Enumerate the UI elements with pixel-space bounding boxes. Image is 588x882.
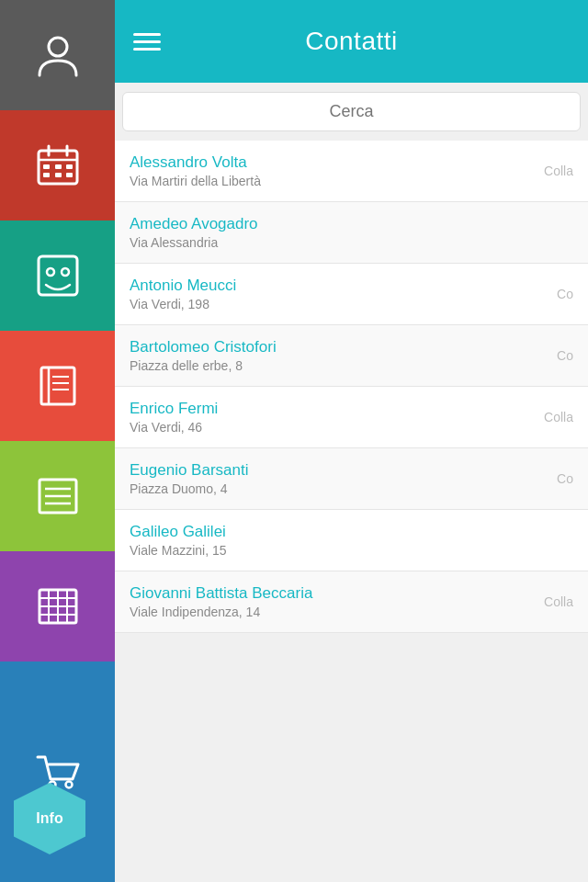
hamburger-menu-button[interactable]: [133, 33, 161, 51]
info-button-label: Info: [36, 810, 62, 827]
svg-rect-6: [55, 164, 62, 169]
contact-row[interactable]: Amedeo Avogadro Via Alessandria: [115, 202, 588, 264]
search-bar[interactable]: [122, 92, 581, 131]
contact-name: Alessandro Volta: [130, 153, 261, 172]
header: Contatti: [115, 0, 588, 83]
book-icon: [32, 360, 84, 412]
contact-address: Piazza Duomo, 4: [130, 481, 248, 496]
contact-name: Galileo Galilei: [130, 523, 227, 541]
contact-name: Amedeo Avogadro: [130, 215, 258, 233]
contact-info: Eugenio Barsanti Piazza Duomo, 4: [130, 461, 248, 496]
contact-row[interactable]: Enrico Fermi Via Verdi, 46 Colla: [115, 387, 588, 448]
svg-rect-8: [43, 173, 50, 177]
svg-rect-9: [55, 173, 62, 177]
contact-info: Enrico Fermi Via Verdi, 46: [130, 400, 218, 435]
contact-address: Via Verdi, 198: [130, 297, 236, 311]
svg-rect-7: [66, 164, 73, 169]
contact-info: Bartolomeo Cristofori Piazza delle erbe,…: [130, 338, 277, 373]
contact-list: Alessandro Volta Via Martiri della Liber…: [115, 141, 588, 882]
sidebar-item-calendar[interactable]: [0, 110, 115, 220]
page-title: Contatti: [179, 27, 524, 56]
contact-info: Alessandro Volta Via Martiri della Liber…: [130, 153, 261, 188]
sidebar-item-profile[interactable]: [0, 0, 115, 110]
contact-name: Enrico Fermi: [130, 400, 218, 418]
contact-info: Antonio Meucci Via Verdi, 198: [130, 277, 236, 311]
contact-row[interactable]: Giovanni Battista Beccaria Viale Indipen…: [115, 571, 588, 633]
contact-address: Via Martiri della Libertà: [130, 174, 261, 188]
person-icon: [32, 29, 84, 81]
contact-row[interactable]: Eugenio Barsanti Piazza Duomo, 4 Co: [115, 448, 588, 510]
contact-address: Viale Indipendenza, 14: [130, 605, 312, 619]
contact-row[interactable]: Antonio Meucci Via Verdi, 198 Co: [115, 264, 588, 325]
contact-name: Eugenio Barsanti: [130, 461, 248, 480]
contact-tag: Colla: [544, 410, 573, 424]
contact-row[interactable]: Galileo Galilei Viale Mazzini, 15: [115, 510, 588, 571]
contact-tag: Colla: [544, 164, 573, 178]
contact-address: Via Alessandria: [130, 235, 258, 250]
sidebar-item-list[interactable]: [0, 441, 115, 551]
sidebar-item-book[interactable]: [0, 331, 115, 441]
contact-tag: Co: [557, 471, 573, 486]
contact-tag: Co: [557, 348, 573, 363]
list-icon: [32, 470, 84, 522]
face-icon: [32, 250, 84, 301]
contact-info: Giovanni Battista Beccaria Viale Indipen…: [130, 584, 312, 619]
svg-point-12: [47, 268, 54, 276]
contact-name: Giovanni Battista Beccaria: [130, 584, 312, 603]
svg-rect-14: [41, 368, 74, 404]
svg-point-13: [62, 268, 69, 276]
sidebar-item-grid[interactable]: [0, 551, 115, 662]
contact-info: Amedeo Avogadro Via Alessandria: [130, 215, 258, 250]
contact-address: Via Verdi, 46: [130, 420, 218, 435]
calendar-icon: [32, 140, 84, 191]
contact-name: Bartolomeo Cristofori: [130, 338, 277, 356]
contact-address: Viale Mazzini, 15: [130, 543, 227, 558]
contact-tag: Colla: [544, 594, 573, 609]
contact-name: Antonio Meucci: [130, 277, 236, 295]
grid-icon: [32, 581, 84, 632]
svg-point-0: [49, 38, 67, 56]
svg-point-32: [65, 782, 72, 788]
svg-rect-10: [66, 173, 73, 177]
contact-address: Piazza delle erbe, 8: [130, 358, 277, 373]
contact-row[interactable]: Bartolomeo Cristofori Piazza delle erbe,…: [115, 325, 588, 387]
contact-row[interactable]: Alessandro Volta Via Martiri della Liber…: [115, 141, 588, 202]
search-input[interactable]: [138, 102, 565, 121]
svg-rect-5: [43, 164, 50, 169]
contact-info: Galileo Galilei Viale Mazzini, 15: [130, 523, 227, 558]
contact-tag: Co: [557, 287, 573, 301]
sidebar-item-face[interactable]: [0, 220, 115, 331]
